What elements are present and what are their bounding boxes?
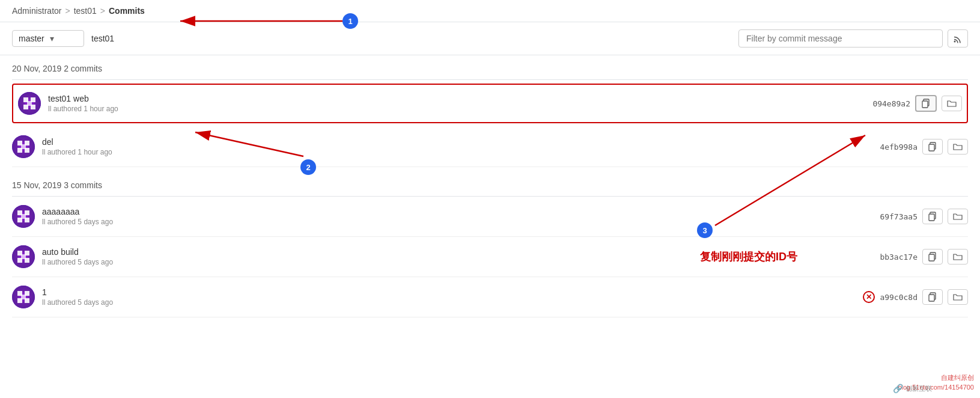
commit-row-3: aaaaaaaa ll authored 5 days ago 69f73aa5 xyxy=(12,197,968,237)
copy-hash-button-1[interactable] xyxy=(915,95,937,112)
breadcrumb-bar: Administrator > test01 > Commits xyxy=(0,0,980,22)
commit-title-4[interactable]: auto build xyxy=(42,247,880,257)
browse-folder-button-1[interactable] xyxy=(942,96,962,111)
copy-icon-3 xyxy=(928,212,937,221)
svg-point-0 xyxy=(954,41,956,43)
svg-rect-19 xyxy=(21,214,26,219)
copy-hash-button-5[interactable] xyxy=(922,289,943,305)
commit-info-4: auto build ll authored 5 days ago xyxy=(42,247,880,266)
branch-selector[interactable]: master ▾ xyxy=(12,30,84,47)
commit-title-5[interactable]: 1 xyxy=(42,287,863,297)
commit-meta-4: ll authored 5 days ago xyxy=(42,258,880,266)
commit-row-1: test01 web ll authored 1 hour ago 094e89… xyxy=(12,84,968,123)
commit-actions-3: 69f73aa5 xyxy=(880,209,968,224)
folder-icon-4 xyxy=(953,252,963,262)
commit-meta-1: ll authored 1 hour ago xyxy=(48,105,872,113)
rss-icon xyxy=(953,34,963,43)
filter-input[interactable] xyxy=(738,29,943,47)
copy-icon-2 xyxy=(928,142,937,152)
commit-info-1: test01 web ll authored 1 hour ago xyxy=(48,94,872,113)
avatar-2 xyxy=(12,135,35,158)
svg-rect-21 xyxy=(929,214,934,221)
date-group-header-1: 20 Nov, 2019 2 commits xyxy=(12,55,968,80)
commit-title-2[interactable]: del xyxy=(42,137,880,147)
commit-title-3[interactable]: aaaaaaaa xyxy=(42,207,880,216)
copy-hash-button-4[interactable] xyxy=(922,249,943,265)
copy-icon-1 xyxy=(921,99,931,108)
svg-rect-14 xyxy=(929,144,934,151)
copy-hash-button-2[interactable] xyxy=(922,139,943,155)
browse-folder-button-5[interactable] xyxy=(948,289,968,305)
folder-icon-3 xyxy=(953,212,963,221)
avatar-3 xyxy=(12,205,35,228)
commit-title-1[interactable]: test01 web xyxy=(48,94,872,103)
commit-info-3: aaaaaaaa ll authored 5 days ago xyxy=(42,207,880,226)
toolbar-right xyxy=(738,29,968,47)
svg-rect-5 xyxy=(27,101,32,106)
folder-icon-1 xyxy=(947,99,957,108)
avatar-4 xyxy=(12,245,35,268)
commit-row-2: del ll authored 1 hour ago 4efb998a xyxy=(12,127,968,167)
folder-icon-5 xyxy=(953,292,963,302)
commit-row-4: auto build ll authored 5 days ago bb3ac1… xyxy=(12,237,968,277)
browse-folder-button-3[interactable] xyxy=(948,209,968,224)
commit-actions-1: 094e89a2 xyxy=(872,95,962,112)
breadcrumb-admin[interactable]: Administrator xyxy=(12,6,61,16)
brand-logo: 🔗 创新互联 xyxy=(893,384,932,393)
commit-row-5: 1 ll authored 5 days ago ✕ a99c0c8d xyxy=(12,277,968,317)
avatar-1 xyxy=(18,92,41,115)
breadcrumb-current: Commits xyxy=(109,6,145,16)
commit-actions-5: ✕ a99c0c8d xyxy=(863,289,968,305)
commit-hash-5: a99c0c8d xyxy=(880,293,918,302)
browse-folder-button-4[interactable] xyxy=(948,249,968,265)
commit-info-2: del ll authored 1 hour ago xyxy=(42,137,880,156)
brand-icon: 🔗 xyxy=(893,384,903,393)
date-group-header-2: 15 Nov, 2019 3 commits xyxy=(12,172,968,197)
error-circle-icon: ✕ xyxy=(863,291,875,303)
svg-rect-12 xyxy=(21,144,26,149)
commit-hash-3: 69f73aa5 xyxy=(880,212,918,221)
browse-folder-button-2[interactable] xyxy=(948,139,968,155)
folder-icon-2 xyxy=(953,142,963,152)
copy-hash-button-3[interactable] xyxy=(922,209,943,224)
avatar-5 xyxy=(12,286,35,308)
svg-rect-7 xyxy=(922,101,928,108)
commit-hash-2: 4efb998a xyxy=(880,142,918,152)
copy-icon-5 xyxy=(928,292,937,302)
svg-rect-35 xyxy=(929,295,934,301)
commit-actions-4: bb3ac17e xyxy=(880,249,968,265)
commit-meta-3: ll authored 5 days ago xyxy=(42,218,880,226)
commit-hash-4: bb3ac17e xyxy=(880,253,918,262)
commit-info-5: 1 ll authored 5 days ago xyxy=(42,287,863,307)
rss-button[interactable] xyxy=(948,29,968,47)
toolbar: master ▾ test01 xyxy=(0,22,980,55)
repo-name-label: test01 xyxy=(91,34,114,43)
breadcrumb-sep1: > xyxy=(65,6,70,16)
copy-icon-4 xyxy=(928,252,937,262)
svg-rect-28 xyxy=(929,254,934,261)
main-content: 20 Nov, 2019 2 commits test01 web ll aut… xyxy=(0,55,980,317)
commit-actions-2: 4efb998a xyxy=(880,139,968,155)
breadcrumb-sep2: > xyxy=(100,6,105,16)
toolbar-left: master ▾ test01 xyxy=(12,30,114,47)
commit-meta-2: ll authored 1 hour ago xyxy=(42,148,880,156)
commit-meta-5: ll authored 5 days ago xyxy=(42,298,863,307)
svg-rect-26 xyxy=(21,254,26,259)
commit-hash-1: 094e89a2 xyxy=(872,99,910,108)
breadcrumb-repo[interactable]: test01 xyxy=(74,6,97,16)
chevron-down-icon: ▾ xyxy=(50,34,78,43)
branch-name: master xyxy=(19,34,46,43)
svg-rect-33 xyxy=(21,295,26,299)
